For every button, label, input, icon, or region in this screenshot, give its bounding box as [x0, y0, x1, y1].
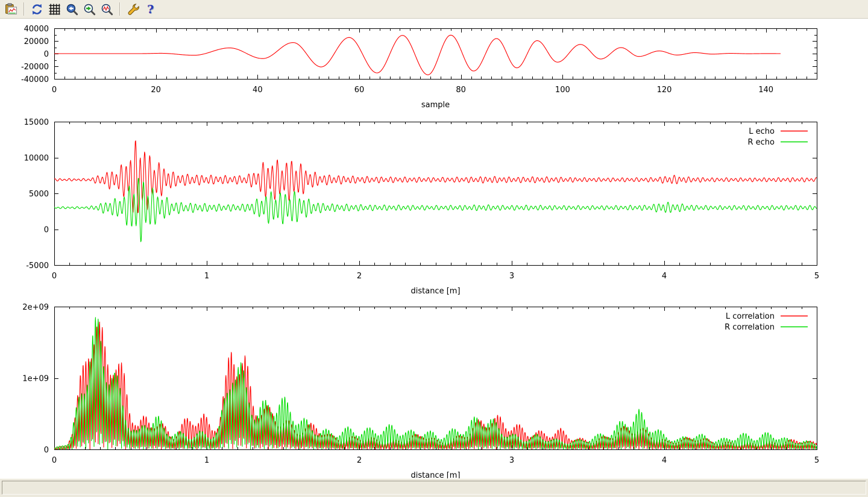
zoom-next-button[interactable] [81, 1, 98, 17]
toolbar: ? [0, 0, 868, 19]
plot-surface [0, 19, 868, 478]
copy-clipboard-icon [5, 3, 17, 16]
status-field [2, 481, 866, 495]
grid-icon [48, 3, 61, 16]
pulse-plot-area[interactable] [0, 25, 868, 115]
correlation-plot-area[interactable] [0, 303, 868, 478]
configure-button[interactable] [125, 1, 141, 17]
zoom-previous-button[interactable] [64, 1, 80, 17]
zoom-next-icon [83, 3, 96, 16]
gnuplot-window: ? [0, 0, 868, 497]
toolbar-separator [119, 2, 121, 16]
replot-button[interactable] [29, 1, 45, 17]
help-button[interactable]: ? [142, 1, 159, 17]
toolbar-separator [24, 2, 25, 16]
configure-wrench-icon [127, 3, 139, 16]
autoscale-button[interactable] [99, 1, 115, 17]
replot-refresh-icon [31, 3, 43, 16]
help-icon: ? [147, 4, 154, 15]
toggle-grid-button[interactable] [46, 1, 63, 17]
status-bar [0, 478, 868, 497]
copy-clipboard-button[interactable] [3, 1, 19, 17]
echo-plot-area[interactable] [0, 118, 868, 299]
autoscale-icon [101, 3, 113, 16]
zoom-previous-icon [66, 3, 78, 16]
